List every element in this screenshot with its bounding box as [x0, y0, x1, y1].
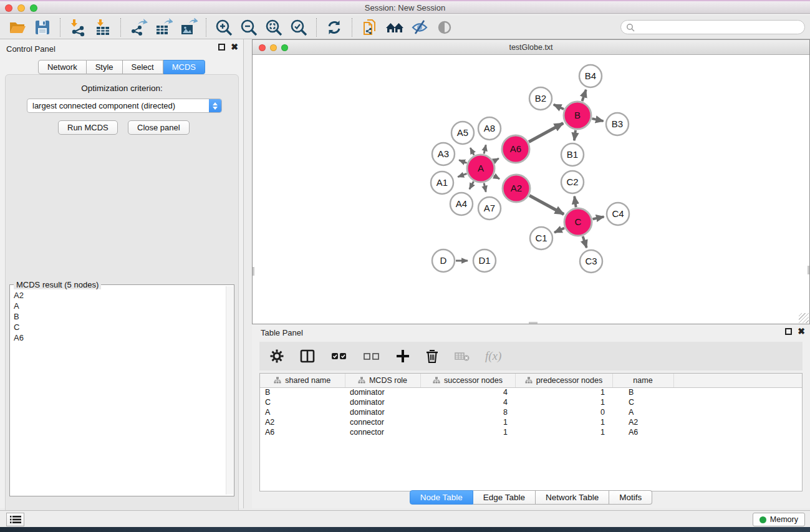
graph-node-A7[interactable]: A7 — [478, 197, 501, 220]
edge-A-A8[interactable] — [484, 145, 486, 153]
edge-A6-B[interactable] — [529, 123, 563, 142]
deselect-checkboxes-icon[interactable] — [363, 347, 380, 365]
edge-B-B2[interactable] — [554, 105, 564, 109]
graph-node-B1[interactable]: B1 — [561, 143, 584, 166]
edge-B-B3[interactable] — [592, 118, 603, 121]
table-cell[interactable]: 4 — [420, 397, 515, 407]
graph-node-B4[interactable]: B4 — [579, 65, 602, 87]
open-session-icon[interactable] — [7, 17, 28, 37]
export-table-icon[interactable] — [153, 17, 174, 37]
tab-network[interactable]: Network — [38, 60, 87, 74]
edge-A-A5[interactable] — [470, 148, 474, 155]
table-cell[interactable]: 8 — [420, 407, 515, 417]
table-cell[interactable]: dominator — [345, 407, 420, 417]
edge-B-B1[interactable] — [574, 130, 576, 140]
tab-select[interactable]: Select — [123, 60, 163, 74]
table-cell[interactable]: B — [260, 387, 345, 397]
gear-icon[interactable] — [269, 347, 284, 365]
search-field[interactable] — [620, 20, 805, 34]
run-mcds-button[interactable]: Run MCDS — [58, 120, 118, 135]
tab-mcds[interactable]: MCDS — [163, 60, 205, 74]
table-cell[interactable]: 1 — [420, 417, 515, 427]
task-history-button[interactable] — [6, 513, 24, 526]
graph-node-A2[interactable]: A2 — [503, 175, 530, 202]
edge-C-C3[interactable] — [583, 236, 587, 248]
graph-node-C2[interactable]: C2 — [561, 171, 584, 193]
search-input[interactable] — [638, 23, 799, 32]
zoom-fit-icon[interactable] — [263, 17, 284, 37]
graph-node-A6[interactable]: A6 — [502, 135, 529, 163]
table-row[interactable]: Bdominator41B — [260, 387, 802, 397]
graph-node-A1[interactable]: A1 — [431, 172, 453, 194]
network-canvas[interactable]: AA1A2A3A4A5A6A7A8BB1B2B3B4CC1C2C3C4DD1 — [253, 55, 809, 324]
memory-button[interactable]: Memory — [753, 513, 805, 526]
table-row[interactable]: Cdominator41C — [260, 397, 802, 407]
table-cell[interactable]: connector — [345, 417, 420, 427]
tab-edge-table[interactable]: Edge Table — [473, 490, 536, 505]
edge-C-C1[interactable] — [554, 228, 564, 233]
graph-node-C[interactable]: C — [564, 208, 592, 236]
edge-A-A3[interactable] — [459, 160, 466, 163]
table-row[interactable]: Adominator80A — [260, 407, 802, 417]
table-cell[interactable]: A — [260, 407, 345, 417]
graph-node-A[interactable]: A — [467, 155, 494, 182]
float-panel-icon[interactable] — [218, 44, 225, 51]
graph-node-D1[interactable]: D1 — [473, 249, 496, 272]
export-network-icon[interactable] — [128, 17, 149, 37]
float-table-panel-icon[interactable] — [785, 328, 792, 335]
hide-panel-icon[interactable] — [409, 17, 430, 37]
edge-A-A1[interactable] — [458, 173, 466, 177]
show-eye-icon[interactable] — [434, 17, 455, 37]
graph-node-A3[interactable]: A3 — [432, 143, 455, 165]
graph-node-B3[interactable]: B3 — [606, 113, 629, 135]
graph-node-C4[interactable]: C4 — [607, 203, 629, 225]
graph-node-A5[interactable]: A5 — [451, 122, 474, 144]
graph-node-B[interactable]: B — [564, 102, 591, 129]
table-cell[interactable]: dominator — [345, 387, 420, 397]
resize-grip[interactable] — [799, 313, 809, 323]
column-header-successor-nodes[interactable]: successor nodes — [420, 374, 515, 387]
table-cell[interactable]: A2 — [612, 417, 673, 427]
table-cell[interactable]: 1 — [515, 397, 612, 407]
edge-A-A7[interactable] — [484, 183, 486, 191]
graph-node-A4[interactable]: A4 — [450, 193, 473, 215]
refresh-icon[interactable] — [324, 17, 345, 37]
table-cell[interactable]: C — [612, 397, 673, 407]
close-table-panel-icon[interactable]: ✖ — [798, 328, 805, 335]
graph-node-C1[interactable]: C1 — [530, 227, 552, 249]
table-cell[interactable]: 1 — [515, 387, 612, 397]
table-cell[interactable]: 1 — [420, 427, 515, 437]
zoom-in-icon[interactable] — [213, 17, 234, 37]
add-column-icon[interactable] — [395, 347, 410, 365]
graph-node-C3[interactable]: C3 — [580, 250, 602, 273]
tab-node-table[interactable]: Node Table — [410, 490, 473, 505]
export-image-icon[interactable] — [178, 17, 199, 37]
column-layout-icon[interactable] — [299, 347, 316, 365]
edge-A-A6[interactable] — [494, 158, 499, 161]
table-row[interactable]: A6connector11A6 — [260, 427, 802, 437]
import-table-icon[interactable] — [92, 17, 113, 37]
table-cell[interactable]: 1 — [515, 427, 612, 437]
table-cell[interactable]: B — [612, 387, 673, 397]
save-session-icon[interactable] — [32, 17, 53, 37]
delete-column-icon[interactable] — [425, 347, 439, 365]
result-scrollbar[interactable] — [226, 286, 233, 495]
table-cell[interactable]: connector — [345, 427, 420, 437]
tab-motifs[interactable]: Motifs — [609, 490, 652, 505]
tab-style[interactable]: Style — [87, 60, 123, 74]
edge-C-C2[interactable] — [574, 196, 576, 207]
table-cell[interactable]: 4 — [420, 387, 515, 397]
column-header-predecessor-nodes[interactable]: predecessor nodes — [515, 374, 612, 387]
edge-C-C4[interactable] — [593, 217, 604, 220]
select-all-checkboxes-icon[interactable] — [330, 347, 348, 365]
edge-A2-C[interactable] — [529, 195, 564, 214]
graph-node-A8[interactable]: A8 — [478, 117, 501, 140]
column-header-mcds-role[interactable]: MCDS role — [345, 374, 420, 387]
import-network-icon[interactable] — [67, 17, 89, 37]
tab-network-table[interactable]: Network Table — [536, 490, 609, 505]
graph-node-B2[interactable]: B2 — [529, 87, 552, 110]
column-header-name[interactable]: name — [612, 374, 673, 387]
table-cell[interactable]: A6 — [260, 427, 345, 437]
table-cell[interactable]: 1 — [515, 417, 612, 427]
table-cell[interactable]: A6 — [612, 427, 673, 437]
